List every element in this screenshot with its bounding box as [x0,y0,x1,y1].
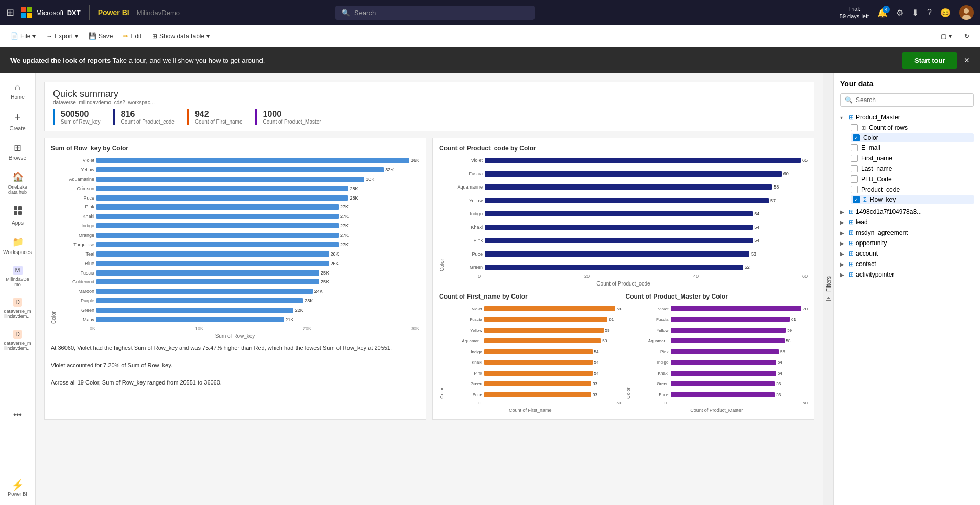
field-lastname[interactable]: Last_name [851,163,974,174]
sidebar-item-workspaces[interactable]: 📁 Workspaces [0,232,35,259]
sidebar-item-browse[interactable]: ⊞ Browse [0,138,35,165]
export-button[interactable]: ↔ Export ▾ [42,30,82,42]
table-lead-icon: ⊞ [848,218,854,226]
sidebar-item-onelake[interactable]: 🏠 OneLake data hub [0,167,35,199]
chart1-body: Color Violet 36K Yellow 32K Aqua [51,156,419,324]
edit-button[interactable]: ✏ Edit [119,30,146,42]
chart4-card: Count of Product_Master by Color Color V… [626,293,808,413]
table-msdyn-icon: ⊞ [848,229,854,236]
field-count-rows-checkbox[interactable] [851,124,858,131]
bar-row-blue: Blue 26K [58,259,419,268]
field-productcode[interactable]: Product_code [851,184,974,195]
more-icon: ••• [13,410,22,419]
bar-maroon [96,289,313,294]
tree-item-1498[interactable]: ▶ ⊞ 1498cd1a7f104978a3... [840,206,974,217]
save-icon: 💾 [89,32,96,40]
bar-green [96,308,293,313]
tree-item-contact[interactable]: ▶ ⊞ contact [840,259,974,269]
field-firstname[interactable]: First_name [851,153,974,163]
field-color-checkbox[interactable]: ✓ [853,134,860,141]
field-rowkey-checkbox[interactable]: ✓ [853,196,860,203]
avatar[interactable] [959,5,974,20]
sidebar-item-milindavdemo[interactable]: M MilindavDe mo [0,261,35,291]
powerbi-name: Power BI [98,8,129,17]
bar-teal [96,251,329,257]
tree-msdyn-label: msdyn_agreement [856,229,974,236]
top-navigation: ⊞ Microsoft DXT Power BI MilindavDemo 🔍 … [0,0,980,25]
tree-item-lead[interactable]: ▶ ⊞ lead [840,217,974,227]
chart2-body: Color Violet65 Fuscia60 Aquamarine58 Yel… [439,156,808,271]
grid-icon[interactable]: ⊞ [6,7,14,18]
right-panel: Your data 🔍 Search ▾ ⊞ Product_Master [833,73,980,505]
ms-logo[interactable]: Microsoft DXT [20,6,81,19]
bar-yellow [96,167,384,172]
chart1-xaxis-label: Sum of Row_key [51,333,419,339]
productcode-label: Product_code [861,186,900,193]
start-tour-button[interactable]: Start tour [902,52,958,69]
chart4-xaxis: 050 [626,401,808,405]
tree-product-master: ▾ ⊞ Product_Master ⊞ Count of rows [840,112,974,280]
quick-summary-panel: Quick summary dataverse_milindavdemo_cds… [44,82,814,131]
tree-account-label: account [856,250,974,257]
your-data-title: Your data [840,80,974,88]
sidebar-home-label: Home [10,94,25,100]
sidebar-item-home[interactable]: ⌂ Home [0,78,35,104]
window-icon: ▢ [941,32,946,40]
bar-khaki [96,214,339,219]
bar-fuscia [96,270,319,276]
field-productcode-checkbox[interactable] [851,186,858,193]
refresh-button[interactable]: ↻ [960,30,974,42]
chart4-yaxis: Color [626,304,631,399]
banner-close-button[interactable]: × [964,55,970,66]
field-email-checkbox[interactable] [851,144,858,151]
field-email[interactable]: E_mail [851,142,974,153]
field-rowkey[interactable]: ✓ Σ Row_key [851,195,974,204]
download-icon[interactable]: ⬇ [912,8,919,18]
field-plucode-checkbox[interactable] [851,175,858,183]
table-opportunity-icon: ⊞ [848,239,854,247]
field-color[interactable]: ✓ Color [851,133,974,142]
person-icon[interactable]: 😊 [940,8,951,18]
file-button[interactable]: 📄 File ▾ [6,30,40,42]
tree-item-msdyn[interactable]: ▶ ⊞ msdyn_agreement [840,227,974,238]
window-button[interactable]: ▢ ▾ [937,30,956,42]
data-search-box[interactable]: 🔍 Search [840,93,974,107]
metric-productmaster-label: Count of Product_Master [263,119,321,125]
table-icon: ⊞ [152,32,157,40]
field-count-rows[interactable]: ⊞ Count of rows [851,123,974,133]
search-icon2: 🔍 [845,96,853,104]
bar-indigo [96,223,339,228]
tree-item-product-master[interactable]: ▾ ⊞ Product_Master [840,112,974,123]
tree-item-account[interactable]: ▶ ⊞ account [840,248,974,259]
sidebar-item-create[interactable]: + Create [0,106,35,136]
bar-row-indigo: Indigo 27K [58,222,419,230]
show-data-table-button[interactable]: ⊞ Show data table ▾ [148,30,214,42]
chart4-xaxis-label: Count of Product_Master [626,408,808,413]
tree-item-activitypointer[interactable]: ▶ ⊞ activitypointer [840,269,974,280]
notifications-icon[interactable]: 🔔4 [877,8,888,18]
save-button[interactable]: 💾 Save [84,30,117,42]
sidebar-item-dataverse1[interactable]: D dataverse_m ilindavdem... [0,293,35,323]
tree-item-opportunity[interactable]: ▶ ⊞ opportunity [840,238,974,248]
right-panel-inner: Your data 🔍 Search ▾ ⊞ Product_Master [834,73,980,505]
field-firstname-checkbox[interactable] [851,155,858,162]
sidebar-dataverse1-label: dataverse_m ilindavdem... [3,309,32,319]
global-search[interactable]: 🔍 Search [335,6,535,20]
field-plucode[interactable]: PLU_Code [851,174,974,184]
sidebar-item-dataverse2[interactable]: D dataverse_m ilindavdem... [0,325,35,355]
search-icon: 🔍 [342,9,350,17]
sidebar-dots[interactable]: ••• [7,404,28,426]
sidebar-browse-label: Browse [9,155,26,161]
settings-icon[interactable]: ⚙ [896,8,903,18]
trial-badge: Trial: 59 days left [840,5,869,20]
other-tables: ▶ ⊞ 1498cd1a7f104978a3... ▶ ⊞ lead ▶ [840,206,974,280]
tree-contact-label: contact [856,260,974,268]
metric-firstname-label: Count of First_name [195,119,243,125]
help-icon[interactable]: ? [927,8,932,17]
export-icon: ↔ [46,32,52,40]
avatar-image [959,5,974,20]
sidebar-item-apps[interactable]: Apps [0,201,35,230]
filters-panel-toggle[interactable]: Filters [823,73,833,505]
field-lastname-checkbox[interactable] [851,165,858,172]
edit-icon: ✏ [123,32,128,40]
